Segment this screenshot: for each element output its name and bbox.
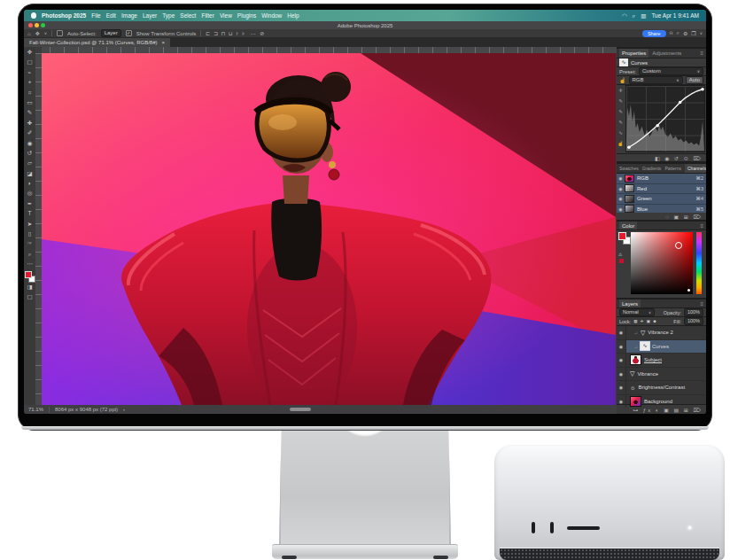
visibility-eye-icon[interactable]: ◉	[617, 175, 625, 181]
properties-footer-icons[interactable]: ◧ ◉ ↺ ⊙ ⌦	[617, 154, 706, 161]
menu-edit[interactable]: Edit	[106, 12, 116, 19]
visibility-eye-icon[interactable]: ◉	[617, 186, 625, 191]
frame-tool-icon[interactable]: ▭	[24, 97, 35, 107]
document-tab[interactable]: Fall-Winter-Collection.psd @ 71.1% (Curv…	[24, 38, 170, 47]
canvas-artwork[interactable]	[42, 53, 616, 405]
gamut-warning-icon[interactable]: ⚠	[618, 252, 622, 257]
path-selection-tool-icon[interactable]: ➤	[24, 219, 35, 229]
share-button[interactable]: Share	[642, 30, 666, 37]
blend-mode-dropdown[interactable]: Normal ∨	[619, 308, 655, 316]
menu-window[interactable]: Window	[261, 12, 282, 19]
lock-icons[interactable]: ▦ ✛ ▣ ◆	[633, 319, 657, 323]
layer-row-curves[interactable]: ◉ ∟ ∿ Curves	[617, 340, 706, 354]
history-brush-tool-icon[interactable]: ↺	[24, 148, 35, 158]
channel-row-green[interactable]: ◉ Green ⌘4	[617, 194, 706, 205]
visibility-eye-icon[interactable]: ◉	[617, 368, 626, 381]
chevron-down-icon[interactable]: ∨	[700, 31, 703, 35]
workspace-icon[interactable]: ⊘	[260, 30, 264, 36]
layer-row-vibrance[interactable]: ◉ ▽ Vibrance	[617, 368, 706, 382]
fill-dropdown[interactable]: 100%	[684, 317, 703, 325]
foreground-color-swatch[interactable]	[25, 271, 32, 278]
auto-button[interactable]: Auto	[686, 76, 703, 84]
ruler-horizontal[interactable]	[35, 47, 617, 53]
auto-select-checkbox[interactable]	[57, 30, 63, 36]
tool-preset-move-icon[interactable]: ✥	[35, 30, 40, 36]
edit-toolbar-icon[interactable]: ⋯	[24, 259, 35, 268]
dodge-tool-icon[interactable]: ◎	[24, 188, 35, 198]
menu-layer[interactable]: Layer	[143, 12, 157, 19]
menu-select[interactable]: Select	[180, 12, 196, 19]
eraser-tool-icon[interactable]: ▱	[24, 158, 35, 167]
show-transform-checkbox[interactable]: ✓	[126, 30, 132, 36]
visibility-eye-icon[interactable]: ◉	[617, 340, 626, 354]
close-tab-icon[interactable]: ×	[161, 38, 165, 47]
auto-select-target-dropdown[interactable]: Layer	[101, 29, 121, 37]
menu-app-name[interactable]: Photoshop 2025	[42, 12, 86, 19]
channel-row-rgb[interactable]: ◉ RGB ⌘2	[617, 174, 706, 184]
eyedropper-tool-icon[interactable]: ✎	[24, 107, 35, 117]
panel-menu-icon[interactable]: ≡	[700, 223, 703, 229]
crop-tool-icon[interactable]: ⌗	[24, 88, 35, 97]
opacity-dropdown[interactable]: 100%	[684, 308, 703, 316]
curves-grid[interactable]	[625, 85, 705, 152]
menu-view[interactable]: View	[220, 12, 232, 19]
status-arrow-icon[interactable]: ›	[123, 407, 125, 412]
blur-tool-icon[interactable]: ◗	[24, 178, 35, 188]
visibility-eye-icon[interactable]: ◉	[617, 206, 625, 212]
tab-gradients[interactable]: Gradients	[642, 166, 662, 171]
menu-clock[interactable]: Tue Apr 1 9:41 AM	[651, 12, 699, 19]
apple-logo-icon[interactable]	[31, 12, 36, 19]
search-icon[interactable]: ⌕	[677, 30, 680, 36]
gradient-tool-icon[interactable]: ◪	[24, 168, 35, 178]
menu-filter[interactable]: Filter	[201, 12, 214, 19]
color-swatches[interactable]	[25, 271, 35, 282]
curve-point[interactable]	[627, 146, 631, 150]
ruler-origin[interactable]	[35, 47, 42, 53]
layer-row-brightness-contrast[interactable]: ◉ ☼ Brightness/Contrast	[617, 381, 706, 395]
menu-help[interactable]: Help	[287, 12, 299, 19]
curves-eyedropper-tools[interactable]: ✛ ✎ ✎ ✎ ∿ ☝	[617, 85, 625, 149]
tab-channels[interactable]: Channels	[685, 164, 706, 173]
color-picker-ring[interactable]	[675, 242, 682, 249]
visibility-eye-icon[interactable]: ◉	[617, 354, 626, 367]
tab-swatches[interactable]: Swatches	[619, 166, 639, 171]
home-icon[interactable]: ⌂	[27, 31, 31, 36]
tab-properties[interactable]: Properties	[619, 49, 648, 58]
more-options-icon[interactable]: ⋯	[250, 30, 255, 36]
menu-type[interactable]: Type	[162, 12, 175, 19]
tab-color[interactable]: Color	[619, 222, 637, 229]
move-tool-icon[interactable]: ✥	[24, 47, 35, 57]
visibility-eye-icon[interactable]: ◉	[617, 395, 626, 408]
zoom-window-button[interactable]	[41, 23, 45, 27]
tool-preset-chevron-icon[interactable]: ∨	[44, 31, 47, 35]
menu-file[interactable]: File	[91, 12, 100, 19]
channel-dropdown[interactable]: RGB ∨	[629, 76, 683, 84]
panel-menu-icon[interactable]: ≡	[700, 301, 703, 307]
horizontal-scrollbar-thumb[interactable]	[290, 408, 311, 411]
zoom-level[interactable]: 71.1%	[28, 407, 43, 412]
object-selection-tool-icon[interactable]: ⌖	[24, 77, 35, 87]
hand-tool-icon[interactable]: ☞	[24, 238, 35, 248]
close-window-button[interactable]	[28, 23, 33, 27]
shape-tool-icon[interactable]: ▯	[24, 229, 35, 238]
tab-patterns[interactable]: Patterns	[664, 166, 681, 171]
hue-slider[interactable]	[696, 232, 702, 294]
saturation-brightness-field[interactable]	[631, 232, 693, 294]
settings-gear-icon[interactable]: ⚙	[683, 30, 687, 36]
foreground-color-swatch[interactable]	[618, 232, 626, 240]
alignment-icons[interactable]: ⊏ ⊐ ⊓ ⊔ ⊦ ⊧	[206, 30, 245, 36]
visibility-eye-icon[interactable]: ◉	[617, 381, 626, 394]
targeted-adjustment-icon[interactable]: ☝	[619, 77, 626, 83]
zoom-tool-icon[interactable]: ⌕	[24, 249, 35, 259]
visibility-eye-icon[interactable]: ◉	[617, 326, 626, 339]
quick-mask-icon[interactable]: ◨	[24, 282, 35, 292]
layer-row-vibrance-2[interactable]: ◉ ∟ ▽ Vibrance 2	[617, 326, 706, 340]
gamut-swatch[interactable]	[619, 259, 624, 263]
menu-plugins[interactable]: Plugins	[237, 12, 256, 19]
lasso-tool-icon[interactable]: ⌁	[24, 67, 35, 77]
panel-menu-icon[interactable]: ≡	[700, 51, 703, 56]
pen-tool-icon[interactable]: ✒	[24, 198, 35, 208]
notifications-bell-icon[interactable]: ⍾	[670, 30, 673, 36]
control-center-icon[interactable]: ▥	[641, 12, 646, 19]
spotlight-icon[interactable]: ⌕	[633, 12, 636, 19]
